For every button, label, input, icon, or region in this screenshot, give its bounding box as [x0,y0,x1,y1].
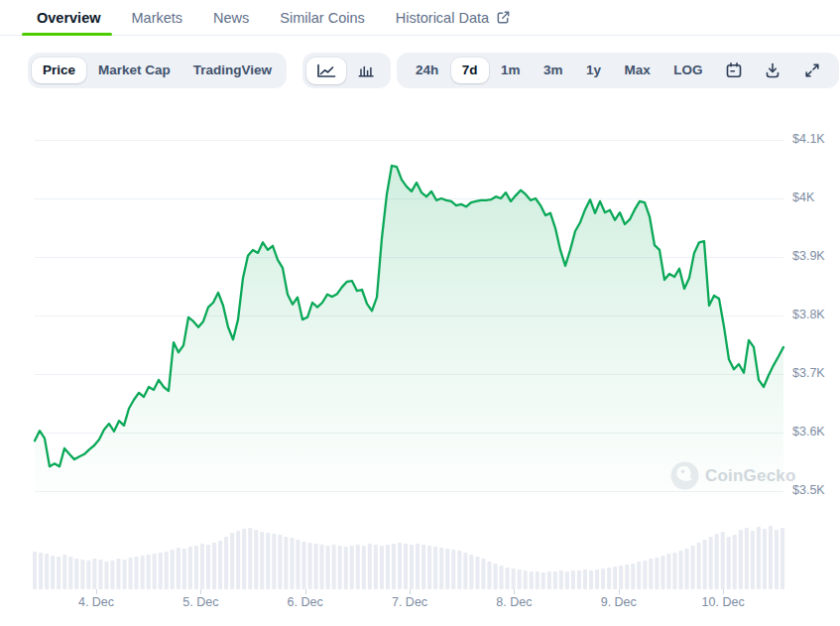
volume-bar [398,543,402,589]
volume-bar [266,533,270,589]
tab-similar-coins[interactable]: Similar Coins [280,0,364,35]
volume-bar [500,565,504,589]
x-axis-tick [410,589,411,594]
x-axis-tick [514,589,515,594]
range-button-7d[interactable]: 7d [451,58,489,83]
volume-bar [607,567,611,589]
range-button-log[interactable]: LOG [662,58,713,83]
volume-bar [188,547,192,589]
volume-bar [272,534,276,589]
volume-bar [80,560,84,589]
volume-bar [416,544,420,589]
volume-bar [98,560,102,589]
volume-bar [308,543,312,589]
gridline [35,374,783,375]
line-chart-button[interactable] [306,58,346,84]
tab-label: Overview [37,10,101,26]
volume-bar [147,555,151,589]
metric-button-price[interactable]: Price [32,58,86,83]
volume-bar [404,544,408,589]
expand-button[interactable] [793,56,831,85]
volume-bar [362,546,366,589]
tab-bar: OverviewMarketsNewsSimilar CoinsHistoric… [0,0,840,36]
x-axis-tick [200,589,201,594]
volume-bar [512,568,516,589]
volume-bar [182,549,186,589]
volume-bar [643,561,647,589]
volume-bar [709,537,713,589]
x-axis-tick [619,589,620,594]
volume-bar [410,545,414,589]
volume-bar [649,559,653,589]
range-button-max[interactable]: Max [614,58,661,83]
volume-bar [536,571,540,589]
x-axis-label: 4. Dec [78,595,114,609]
metric-button-tradingview[interactable]: TradingView [182,58,283,83]
volume-bar [427,546,431,589]
volume-bar [733,535,737,589]
bar-chart-button[interactable] [347,58,387,84]
volume-bar [494,563,498,589]
y-axis-label: $4K [792,190,814,204]
volume-bar [68,557,72,589]
volume-bar [123,560,127,589]
volume-bar [487,562,491,589]
volume-bar [463,553,467,589]
line-chart-icon [316,63,336,78]
volume-bar [751,531,755,589]
volume-bar [589,570,593,589]
tab-historical-data[interactable]: Historical Data [396,0,511,35]
volume-bar [679,551,683,589]
tab-label: Similar Coins [280,10,364,26]
volume-bar [619,565,623,589]
volume-bar [165,552,169,589]
calendar-button[interactable] [715,56,753,85]
gridline [35,198,783,199]
volume-bar [374,545,378,589]
volume-bar [547,571,551,589]
volume-bar [110,561,114,589]
volume-bar [206,545,210,589]
range-button-1m[interactable]: 1m [490,58,532,83]
range-button-1y[interactable]: 1y [575,58,612,83]
volume-bar [129,558,133,589]
volume-bar [92,559,96,589]
volume-bar [625,564,629,589]
gridline [35,433,783,434]
y-axis-label: $3.8K [792,308,825,321]
x-axis-tick [723,589,724,594]
tab-news[interactable]: News [213,0,249,35]
metric-button-market-cap[interactable]: Market Cap [87,58,181,83]
volume-bar [775,530,779,589]
download-button[interactable] [754,56,791,85]
tab-markets[interactable]: Markets [132,0,183,35]
volume-bar [153,554,157,589]
volume-bar [74,559,78,589]
volume-bar [697,543,701,589]
volume-bar [212,543,216,589]
x-axis-tick [305,589,306,594]
volume-bar [290,538,294,589]
volume-bar [721,532,725,589]
volume-bar [62,555,66,589]
volume-bar [284,537,288,589]
volume-bar [481,559,485,589]
volume-bar [344,547,348,589]
gridline [35,257,783,258]
tab-overview[interactable]: Overview [37,0,101,35]
volume-bar [577,570,581,589]
volume-bar [278,535,282,589]
y-axis-label: $4.1K [792,132,825,146]
volume-bar [553,571,557,589]
y-axis-label: $3.6K [792,425,825,438]
range-button-3m[interactable]: 3m [533,58,574,83]
gridline [35,140,783,141]
range-button-24h[interactable]: 24h [405,58,449,83]
x-axis-label: 9. Dec [601,595,637,609]
tab-label: News [213,10,249,26]
volume-bars [33,526,784,589]
y-axis-label: $3.9K [792,249,825,263]
price-chart[interactable] [0,0,840,626]
volume-bar [451,550,455,589]
volume-bar [757,527,761,589]
